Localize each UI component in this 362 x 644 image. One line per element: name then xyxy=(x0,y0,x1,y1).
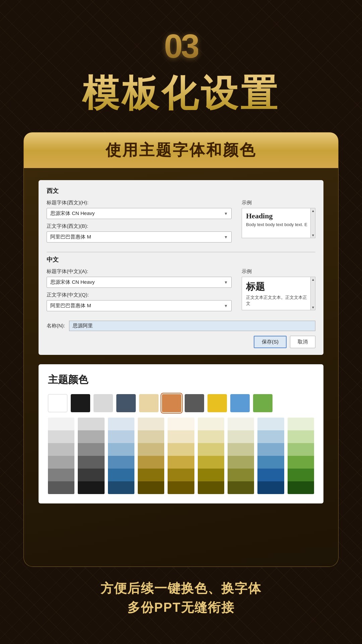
color-cell-7-0[interactable] xyxy=(257,418,284,430)
color-cell-7-3[interactable] xyxy=(257,456,284,469)
color-cell-5-0[interactable] xyxy=(198,418,224,430)
main-color-swatch-4[interactable] xyxy=(139,394,159,412)
banner: 使用主题字体和颜色 xyxy=(24,132,338,168)
color-panel-title: 主题颜色 xyxy=(48,373,314,387)
color-cell-0-4[interactable] xyxy=(48,469,74,481)
color-cell-5-2[interactable] xyxy=(198,443,224,456)
color-cell-1-1[interactable] xyxy=(78,430,104,443)
color-cell-0-1[interactable] xyxy=(48,430,74,443)
color-column-3 xyxy=(138,418,164,494)
color-cell-1-3[interactable] xyxy=(78,456,104,469)
color-cell-1-4[interactable] xyxy=(78,469,104,481)
cn-preview-heading: 标题 xyxy=(246,280,311,293)
color-cell-5-1[interactable] xyxy=(198,430,224,443)
cn-preview-scrollbar[interactable]: ▲ ▼ xyxy=(310,277,315,310)
color-cell-3-5[interactable] xyxy=(138,481,164,494)
color-cell-7-5[interactable] xyxy=(257,481,284,494)
cn-scroll-up-icon: ▲ xyxy=(311,277,315,282)
color-cell-8-5[interactable] xyxy=(288,481,314,494)
color-column-4 xyxy=(168,418,194,494)
heading-font-cn-select[interactable]: 思源宋体 CN Heavy ▼ xyxy=(47,277,232,288)
color-cell-4-4[interactable] xyxy=(168,469,194,481)
color-cell-6-2[interactable] xyxy=(228,443,254,456)
color-cell-2-1[interactable] xyxy=(108,430,134,443)
main-color-swatch-3[interactable] xyxy=(116,394,136,412)
color-cell-8-2[interactable] xyxy=(288,443,314,456)
main-color-swatch-9[interactable] xyxy=(253,394,273,412)
color-cell-6-5[interactable] xyxy=(228,481,254,494)
color-cell-7-1[interactable] xyxy=(257,430,284,443)
color-cell-5-5[interactable] xyxy=(198,481,224,494)
color-cell-8-1[interactable] xyxy=(288,430,314,443)
heading-font-value: 思源宋体 CN Heavy xyxy=(50,210,95,217)
color-cell-2-2[interactable] xyxy=(108,443,134,456)
color-cell-6-1[interactable] xyxy=(228,430,254,443)
color-column-7 xyxy=(257,418,284,494)
body-font-cn-arrow: ▼ xyxy=(224,304,228,308)
color-cell-5-3[interactable] xyxy=(198,456,224,469)
color-cell-0-0[interactable] xyxy=(48,418,74,430)
color-cell-8-3[interactable] xyxy=(288,456,314,469)
main-color-swatch-2[interactable] xyxy=(94,394,113,412)
color-cell-2-4[interactable] xyxy=(108,469,134,481)
color-cell-6-0[interactable] xyxy=(228,418,254,430)
name-label: 名称(N): xyxy=(47,323,65,329)
body-font-cn-select[interactable]: 阿里巴巴普惠体 M ▼ xyxy=(47,300,232,311)
color-cell-4-0[interactable] xyxy=(168,418,194,430)
color-cell-3-4[interactable] xyxy=(138,469,164,481)
color-cell-3-2[interactable] xyxy=(138,443,164,456)
main-color-swatch-8[interactable] xyxy=(230,394,250,412)
color-cell-1-0[interactable] xyxy=(78,418,104,430)
name-input[interactable] xyxy=(69,321,315,331)
main-color-swatch-0[interactable] xyxy=(48,394,67,412)
color-column-6 xyxy=(228,418,254,494)
color-cell-4-2[interactable] xyxy=(168,443,194,456)
color-cell-1-5[interactable] xyxy=(78,481,104,494)
color-cell-3-3[interactable] xyxy=(138,456,164,469)
color-column-5 xyxy=(198,418,224,494)
cancel-button[interactable]: 取消 xyxy=(290,336,315,348)
save-button[interactable]: 保存(S) xyxy=(254,336,287,348)
main-color-row xyxy=(48,394,314,412)
main-color-swatch-1[interactable] xyxy=(71,394,90,412)
color-cell-5-4[interactable] xyxy=(198,469,224,481)
body-font-label: 正文字体(西文)(B): xyxy=(47,223,232,229)
body-font-cn-label: 正文字体(中文)(Q): xyxy=(47,292,232,298)
page-title: 模板化设置 xyxy=(82,69,280,119)
western-preview-box: Heading Body text body text body text. E… xyxy=(242,208,315,238)
color-cell-3-0[interactable] xyxy=(138,418,164,430)
color-cell-7-2[interactable] xyxy=(257,443,284,456)
main-color-swatch-5[interactable] xyxy=(162,394,181,412)
color-cell-6-4[interactable] xyxy=(228,469,254,481)
main-color-swatch-7[interactable] xyxy=(207,394,227,412)
color-cell-4-3[interactable] xyxy=(168,456,194,469)
footer-line-2: 多份PPT无缝衔接 xyxy=(101,598,261,617)
chinese-preview-box: 标题 正文文本正文文本。正文文本正文 ▲ ▼ xyxy=(242,277,315,310)
color-cell-4-5[interactable] xyxy=(168,481,194,494)
main-color-swatch-6[interactable] xyxy=(185,394,204,412)
color-cell-2-3[interactable] xyxy=(108,456,134,469)
color-column-0 xyxy=(48,418,74,494)
color-cell-8-0[interactable] xyxy=(288,418,314,430)
heading-font-select[interactable]: 思源宋体 CN Heavy ▼ xyxy=(47,208,232,219)
section-number: 03 xyxy=(164,27,198,65)
color-cell-0-3[interactable] xyxy=(48,456,74,469)
heading-font-arrow: ▼ xyxy=(224,211,228,216)
color-cell-6-3[interactable] xyxy=(228,456,254,469)
color-cell-4-1[interactable] xyxy=(168,430,194,443)
color-cell-0-2[interactable] xyxy=(48,443,74,456)
color-cell-1-2[interactable] xyxy=(78,443,104,456)
color-cell-3-1[interactable] xyxy=(138,430,164,443)
preview-scrollbar[interactable]: ▲ ▼ xyxy=(310,208,315,238)
scroll-up-icon: ▲ xyxy=(311,208,315,213)
banner-text: 使用主题字体和颜色 xyxy=(106,141,256,159)
color-cell-2-5[interactable] xyxy=(108,481,134,494)
color-column-1 xyxy=(78,418,104,494)
color-column-8 xyxy=(288,418,314,494)
color-cell-7-4[interactable] xyxy=(257,469,284,481)
color-cell-2-0[interactable] xyxy=(108,418,134,430)
color-cell-8-4[interactable] xyxy=(288,469,314,481)
body-font-select[interactable]: 阿里巴巴普惠体 M ▼ xyxy=(47,231,232,243)
color-cell-0-5[interactable] xyxy=(48,481,74,494)
name-row: 名称(N): xyxy=(47,321,315,331)
